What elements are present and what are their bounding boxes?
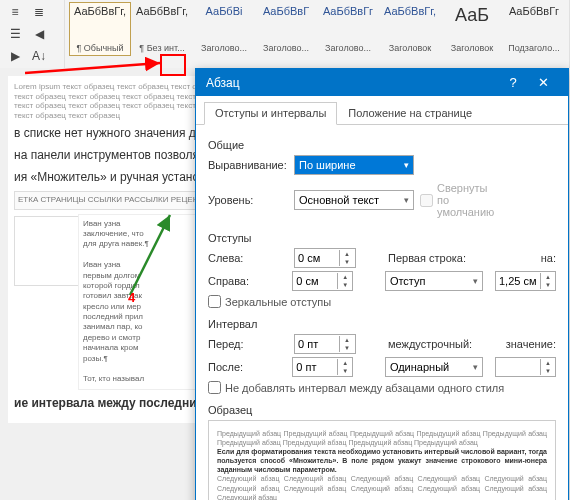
paragraph-group: ≡ ≣ ☰ ◀ ▶ A↓ ¶ ≡ ≡ ≡ ≡ ‡ ▦ ▢ Абзац ↘ bbox=[0, 0, 65, 68]
left-label: Слева: bbox=[208, 252, 288, 264]
multilevel-icon[interactable]: ☰ bbox=[4, 24, 26, 44]
style-normal[interactable]: АаБбВвГг,¶ Обычный bbox=[69, 2, 131, 56]
line-spacing-label: междустрочный: bbox=[388, 338, 472, 350]
level-combo[interactable]: Основной текст bbox=[294, 190, 414, 210]
style-heading3[interactable]: АаБбВвГгЗаголово... bbox=[317, 2, 379, 56]
section-preview: Образец bbox=[208, 404, 556, 416]
first-line-label: Первая строка: bbox=[388, 252, 466, 264]
dialog-titlebar[interactable]: Абзац ? ✕ bbox=[196, 69, 568, 96]
by-label: на: bbox=[541, 252, 556, 264]
preview-box: Предыдущий абзац Предыдущий абзац Предыд… bbox=[208, 420, 556, 500]
alignment-combo[interactable]: По ширине bbox=[294, 155, 414, 175]
first-line-combo[interactable]: Отступ bbox=[385, 271, 483, 291]
section-indent: Отступы bbox=[208, 232, 556, 244]
ribbon: ≡ ≣ ☰ ◀ ▶ A↓ ¶ ≡ ≡ ≡ ≡ ‡ ▦ ▢ Абзац ↘ АаБ… bbox=[0, 0, 570, 69]
mirror-checkbox[interactable] bbox=[208, 295, 221, 308]
level-label: Уровень: bbox=[208, 194, 288, 206]
tab-indents[interactable]: Отступы и интервалы bbox=[204, 102, 337, 125]
collapse-checkbox bbox=[420, 194, 433, 207]
section-general: Общие bbox=[208, 139, 556, 151]
up-icon[interactable]: ▲ bbox=[340, 250, 354, 258]
sort-icon[interactable]: A↓ bbox=[28, 46, 50, 66]
style-title[interactable]: АаБЗаголовок bbox=[441, 2, 503, 56]
style-heading2[interactable]: АаБбВвГЗаголово... bbox=[255, 2, 317, 56]
dialog-close-icon[interactable]: ✕ bbox=[528, 75, 558, 90]
styles-gallery: АаБбВвГг,¶ Обычный АаБбВвГг,¶ Без инт...… bbox=[69, 2, 565, 56]
dialog-title: Абзац bbox=[206, 76, 498, 90]
right-label: Справа: bbox=[208, 275, 286, 287]
styles-group: АаБбВвГг,¶ Обычный АаБбВвГг,¶ Без инт...… bbox=[65, 0, 570, 68]
after-label: После: bbox=[208, 361, 286, 373]
dialog-tabs: Отступы и интервалы Положение на страниц… bbox=[196, 96, 568, 125]
style-no-spacing[interactable]: АаБбВвГг,¶ Без инт... bbox=[131, 2, 193, 56]
style-heading1[interactable]: АаБбВіЗаголово... bbox=[193, 2, 255, 56]
value-spinner[interactable]: ▲▼ bbox=[495, 357, 556, 377]
section-spacing: Интервал bbox=[208, 318, 556, 330]
paragraph-dialog: Абзац ? ✕ Отступы и интервалы Положение … bbox=[195, 68, 569, 500]
line-spacing-combo[interactable]: Одинарный bbox=[385, 357, 483, 377]
left-spinner[interactable]: ▲▼ bbox=[294, 248, 356, 268]
style-subtitle[interactable]: АаБбВвГгПодзаголо... bbox=[503, 2, 565, 56]
after-spinner[interactable]: ▲▼ bbox=[292, 357, 353, 377]
alignment-label: Выравнивание: bbox=[208, 159, 288, 171]
dialog-help-icon[interactable]: ? bbox=[498, 75, 528, 90]
numbering-icon[interactable]: ≣ bbox=[28, 2, 50, 22]
increase-indent-icon[interactable]: ▶ bbox=[4, 46, 26, 66]
down-icon[interactable]: ▼ bbox=[340, 258, 354, 266]
bullets-icon[interactable]: ≡ bbox=[4, 2, 26, 22]
by-spinner[interactable]: ▲▼ bbox=[495, 271, 556, 291]
style-heading4[interactable]: АаБбВвГг,Заголовок bbox=[379, 2, 441, 56]
right-spinner[interactable]: ▲▼ bbox=[292, 271, 353, 291]
value-label: значение: bbox=[506, 338, 556, 350]
no-space-checkbox[interactable] bbox=[208, 381, 221, 394]
annotation-number-4: 4 bbox=[128, 290, 135, 305]
before-spinner[interactable]: ▲▼ bbox=[294, 334, 356, 354]
before-label: Перед: bbox=[208, 338, 288, 350]
tab-position[interactable]: Положение на странице bbox=[337, 102, 483, 124]
decrease-indent-icon[interactable]: ◀ bbox=[28, 24, 50, 44]
